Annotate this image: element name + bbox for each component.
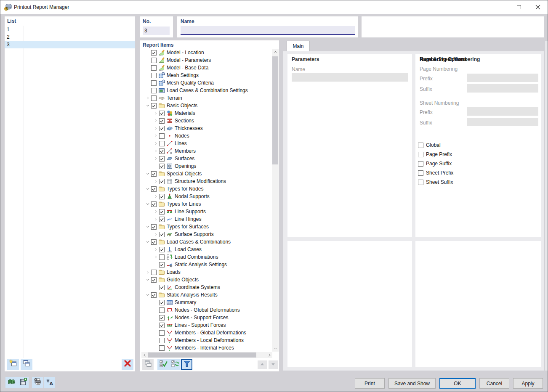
tree-item[interactable]: Coordinate Systems bbox=[141, 283, 271, 291]
tree-item[interactable]: Loads bbox=[141, 268, 271, 276]
tree-item-checkbox[interactable] bbox=[151, 80, 157, 86]
new-report-button[interactable] bbox=[7, 359, 19, 370]
expand-arrow-icon[interactable] bbox=[152, 132, 159, 139]
expand-arrow-icon[interactable] bbox=[152, 178, 159, 185]
tree-item[interactable]: Model - Parameters bbox=[141, 56, 271, 64]
tree-item-checkbox[interactable] bbox=[151, 171, 157, 177]
tree-item[interactable]: Line Hinges bbox=[141, 215, 271, 223]
tree-item-checkbox[interactable] bbox=[159, 247, 165, 252]
expand-arrow-icon[interactable] bbox=[152, 155, 159, 162]
tree-item-checkbox[interactable] bbox=[151, 201, 157, 207]
numbering-option[interactable]: Global bbox=[418, 140, 453, 150]
tree-item[interactable]: Basic Objects bbox=[141, 102, 271, 109]
tree-item-checkbox[interactable] bbox=[151, 277, 157, 283]
number-field[interactable]: 3 bbox=[143, 26, 170, 35]
expand-arrow-icon[interactable] bbox=[152, 231, 159, 238]
print-button[interactable]: Print bbox=[355, 378, 385, 389]
tree-item-checkbox[interactable] bbox=[159, 118, 165, 124]
tree-item[interactable]: Nodes - Global Deformations bbox=[141, 306, 271, 314]
scroll-down-icon[interactable] bbox=[272, 345, 279, 352]
tree-item-checkbox[interactable] bbox=[159, 300, 165, 305]
tree-item-checkbox[interactable] bbox=[159, 133, 165, 139]
expand-arrow-icon[interactable] bbox=[152, 148, 159, 154]
tree-item-checkbox[interactable] bbox=[151, 73, 157, 78]
collapse-arrow-icon[interactable] bbox=[144, 201, 151, 207]
tree-item[interactable]: Lines - Support Forces bbox=[141, 321, 271, 329]
scroll-right-icon[interactable] bbox=[266, 352, 272, 358]
collapse-arrow-icon[interactable] bbox=[144, 185, 151, 192]
tree-item[interactable]: Load Cases & Combination Settings bbox=[141, 87, 271, 94]
expand-arrow-icon[interactable] bbox=[152, 193, 159, 200]
tree-item-checkbox[interactable] bbox=[159, 217, 165, 222]
list-row[interactable]: 2 bbox=[5, 33, 135, 41]
tree-item-checkbox[interactable] bbox=[159, 126, 165, 131]
expand-arrow-icon[interactable] bbox=[152, 254, 159, 260]
tree-item[interactable]: Types for Surfaces bbox=[141, 223, 271, 230]
tree-item[interactable]: Nodes - Support Forces bbox=[141, 314, 271, 321]
printer-settings-button[interactable] bbox=[32, 377, 43, 388]
tree-item-checkbox[interactable] bbox=[151, 95, 157, 101]
tree-item-checkbox[interactable] bbox=[159, 254, 165, 260]
tree-item[interactable]: Structure Modifications bbox=[141, 177, 271, 185]
expand-arrow-icon[interactable] bbox=[152, 216, 159, 222]
tree-item[interactable]: Members bbox=[141, 147, 271, 155]
copy-report-button[interactable] bbox=[21, 359, 32, 370]
minimize-button[interactable] bbox=[490, 0, 509, 13]
tree-item[interactable]: Sections bbox=[141, 117, 271, 124]
tree-item[interactable]: Lines bbox=[141, 140, 271, 147]
list-row[interactable]: 3 bbox=[5, 41, 135, 48]
tree-item-checkbox[interactable] bbox=[159, 323, 165, 328]
tree-item-checkbox[interactable] bbox=[151, 224, 157, 230]
collapse-arrow-icon[interactable] bbox=[144, 223, 151, 230]
option-checkbox[interactable] bbox=[418, 143, 423, 148]
expand-arrow-icon[interactable] bbox=[152, 208, 159, 215]
apply-button[interactable]: Apply bbox=[513, 378, 543, 389]
collapse-arrow-icon[interactable] bbox=[144, 276, 151, 283]
tree-item[interactable]: Types for Nodes bbox=[141, 185, 271, 193]
tree-item-checkbox[interactable] bbox=[159, 111, 165, 116]
tree-item[interactable]: Mesh Quality Criteria bbox=[141, 79, 271, 87]
numbering-option[interactable]: Sheet Prefix bbox=[418, 168, 453, 177]
save-template-button[interactable] bbox=[17, 377, 29, 388]
numbering-option[interactable]: Page Prefix bbox=[418, 150, 453, 159]
maximize-button[interactable] bbox=[509, 0, 528, 13]
tree-item[interactable]: Summary bbox=[141, 299, 271, 306]
horizontal-scroll-thumb[interactable] bbox=[148, 352, 256, 358]
tree-item[interactable]: Thicknesses bbox=[141, 124, 271, 132]
tree-item-checkbox[interactable] bbox=[151, 50, 157, 56]
expand-arrow-icon[interactable] bbox=[152, 125, 159, 132]
ok-button[interactable]: OK bbox=[439, 378, 476, 389]
tree-item[interactable]: Types for Lines bbox=[141, 200, 271, 208]
tree-item-checkbox[interactable] bbox=[151, 65, 157, 71]
tree-item[interactable]: Openings bbox=[141, 162, 271, 170]
expand-arrow-icon[interactable] bbox=[144, 269, 151, 275]
tree-item[interactable]: Load Combinations bbox=[141, 253, 271, 261]
tree-item[interactable]: Surface Supports bbox=[141, 230, 271, 238]
tree-item-checkbox[interactable] bbox=[159, 179, 165, 184]
tree-item[interactable]: Guide Objects bbox=[141, 276, 271, 283]
scroll-up-icon[interactable] bbox=[272, 49, 279, 55]
option-checkbox[interactable] bbox=[418, 152, 423, 157]
tree-item-checkbox[interactable] bbox=[159, 164, 165, 169]
expand-arrow-icon[interactable] bbox=[152, 246, 159, 253]
expand-arrow-icon[interactable] bbox=[152, 117, 159, 124]
open-report-button[interactable] bbox=[5, 377, 17, 388]
option-checkbox[interactable] bbox=[418, 161, 423, 167]
tree-item-checkbox[interactable] bbox=[159, 194, 165, 199]
tree-item[interactable]: Members - Local Deformations bbox=[141, 336, 271, 344]
expand-arrow-icon[interactable] bbox=[152, 140, 159, 147]
tree-item-checkbox[interactable] bbox=[151, 292, 157, 298]
tree-item-checkbox[interactable] bbox=[159, 262, 165, 268]
tree-item-checkbox[interactable] bbox=[159, 156, 165, 162]
tree-item[interactable]: Nodes bbox=[141, 132, 271, 140]
scroll-left-icon[interactable] bbox=[141, 352, 147, 358]
tree-item-checkbox[interactable] bbox=[159, 338, 165, 343]
expand-arrow-icon[interactable] bbox=[144, 95, 151, 101]
tab-main[interactable]: Main bbox=[287, 41, 310, 51]
tree-item[interactable]: Static Analysis Results bbox=[141, 291, 271, 299]
tree-item[interactable]: Special Objects bbox=[141, 170, 271, 177]
tree-item-checkbox[interactable] bbox=[151, 58, 157, 63]
tree-item[interactable]: Materials bbox=[141, 109, 271, 117]
tree-item[interactable]: Members - Global Deformations bbox=[141, 329, 271, 336]
numbering-option[interactable]: Page Suffix bbox=[418, 159, 453, 168]
